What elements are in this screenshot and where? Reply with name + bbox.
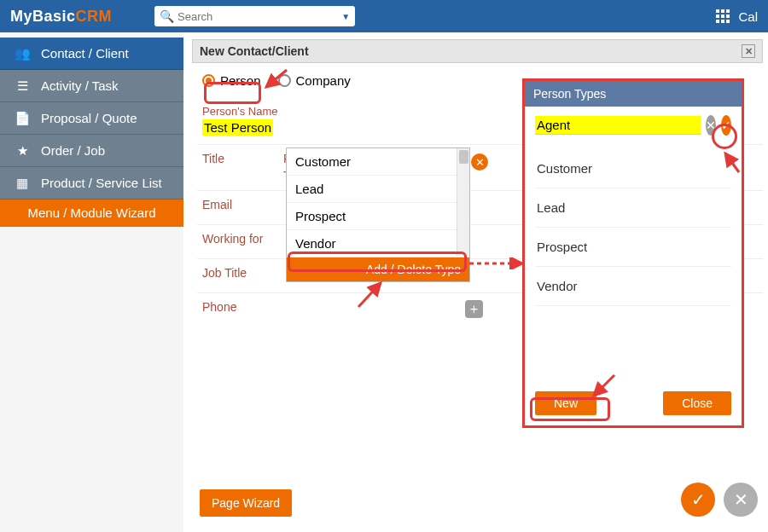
sidebar: 👥 Contact / Client ☰ Activity / Task 📄 P… bbox=[0, 32, 183, 532]
person-type-dropdown[interactable]: Customer Lead Prospect Vendor Add / Dele… bbox=[286, 147, 470, 282]
caret-down-icon[interactable]: ▼ bbox=[341, 12, 350, 21]
modal-footer: New Close bbox=[525, 385, 742, 425]
list-icon: ☰ bbox=[14, 78, 31, 94]
cancel-icon[interactable]: ✕ bbox=[706, 115, 716, 136]
field-email-label: Email bbox=[202, 198, 283, 211]
sidebar-item-activity[interactable]: ☰ Activity / Task bbox=[0, 70, 183, 102]
add-delete-type-button[interactable]: Add / Delete Type bbox=[287, 257, 469, 281]
dropdown-item[interactable]: Vendor bbox=[287, 230, 469, 257]
panel-header: New Contact/Client ✕ bbox=[192, 39, 763, 63]
type-name-input[interactable] bbox=[535, 116, 701, 135]
wizard-label: Menu / Module Wizard bbox=[27, 205, 155, 220]
radio-company[interactable]: Company bbox=[278, 73, 351, 88]
radio-circle-selected-icon bbox=[202, 74, 215, 87]
modal-input-row: ✕ ✓ bbox=[535, 115, 731, 136]
search-input[interactable] bbox=[177, 10, 341, 23]
sidebar-item-product[interactable]: ▦ Product / Service List bbox=[0, 167, 183, 200]
sidebar-item-label: Order / Job bbox=[41, 143, 105, 158]
global-search[interactable]: 🔍 ▼ bbox=[154, 6, 355, 26]
radio-circle-icon bbox=[278, 74, 291, 87]
sidebar-item-label: Activity / Task bbox=[41, 78, 119, 93]
apps-grid-icon[interactable] bbox=[716, 9, 730, 23]
dropdown-item[interactable]: Customer bbox=[287, 148, 469, 176]
new-button[interactable]: New bbox=[535, 391, 596, 415]
add-phone-icon[interactable]: + bbox=[465, 300, 483, 318]
modal-title: Person Types bbox=[525, 81, 742, 107]
scrollbar[interactable] bbox=[457, 148, 469, 256]
sidebar-item-contact[interactable]: 👥 Contact / Client bbox=[0, 38, 183, 70]
radio-person[interactable]: Person bbox=[202, 73, 261, 88]
types-list: Customer Lead Prospect Vendor bbox=[535, 149, 731, 306]
people-icon: 👥 bbox=[14, 46, 31, 61]
sidebar-item-label: Proposal / Quote bbox=[41, 111, 137, 125]
sidebar-item-proposal[interactable]: 📄 Proposal / Quote bbox=[0, 102, 183, 135]
brand-logo: MyBasicCRM bbox=[10, 8, 112, 26]
field-title-label: Title bbox=[202, 152, 283, 165]
search-icon: 🔍 bbox=[160, 9, 174, 23]
list-item[interactable]: Prospect bbox=[535, 228, 731, 267]
topbar-right: Cal bbox=[716, 9, 758, 24]
field-phone-label: Phone bbox=[202, 300, 283, 314]
dropdown-item[interactable]: Lead bbox=[287, 176, 469, 203]
scrollbar-thumb[interactable] bbox=[459, 150, 468, 164]
save-fab-icon[interactable]: ✓ bbox=[681, 483, 715, 517]
sidebar-item-label: Product / Service List bbox=[41, 176, 162, 190]
star-icon: ★ bbox=[14, 143, 31, 159]
field-jobtitle-label: Job Title bbox=[202, 266, 283, 280]
person-types-modal: Person Types ✕ ✓ Customer Lead Prospect … bbox=[522, 78, 744, 428]
dropdown-item[interactable]: Prospect bbox=[287, 203, 469, 230]
confirm-icon[interactable]: ✓ bbox=[721, 115, 731, 136]
topbar: MyBasicCRM 🔍 ▼ Cal bbox=[0, 0, 768, 32]
close-button[interactable]: Close bbox=[663, 391, 731, 415]
list-item[interactable]: Vendor bbox=[535, 267, 731, 306]
close-icon[interactable]: ✕ bbox=[742, 44, 755, 58]
radio-person-label: Person bbox=[220, 73, 261, 88]
radio-company-label: Company bbox=[296, 73, 351, 88]
clear-icon[interactable]: ✕ bbox=[471, 153, 488, 171]
document-icon: 📄 bbox=[14, 111, 31, 126]
menu-module-wizard-button[interactable]: Menu / Module Wizard bbox=[0, 200, 183, 227]
brand-suffix: CRM bbox=[76, 8, 113, 25]
grid-icon: ▦ bbox=[14, 176, 31, 191]
calendar-link[interactable]: Cal bbox=[738, 9, 758, 24]
sidebar-item-order[interactable]: ★ Order / Job bbox=[0, 135, 183, 167]
modal-body: ✕ ✓ Customer Lead Prospect Vendor bbox=[525, 107, 742, 385]
list-item[interactable]: Customer bbox=[535, 149, 731, 188]
page-wizard-button[interactable]: Page Wizard bbox=[200, 489, 292, 517]
brand-prefix: MyBasic bbox=[10, 8, 76, 25]
field-workingfor-label: Working for bbox=[202, 232, 283, 246]
cancel-fab-icon[interactable]: ✕ bbox=[724, 483, 758, 517]
sidebar-item-label: Contact / Client bbox=[41, 46, 129, 61]
name-value[interactable]: Test Person bbox=[202, 119, 273, 136]
panel-title: New Contact/Client bbox=[200, 44, 309, 58]
list-item[interactable]: Lead bbox=[535, 188, 731, 228]
floating-action-buttons: ✓ ✕ bbox=[681, 483, 758, 517]
